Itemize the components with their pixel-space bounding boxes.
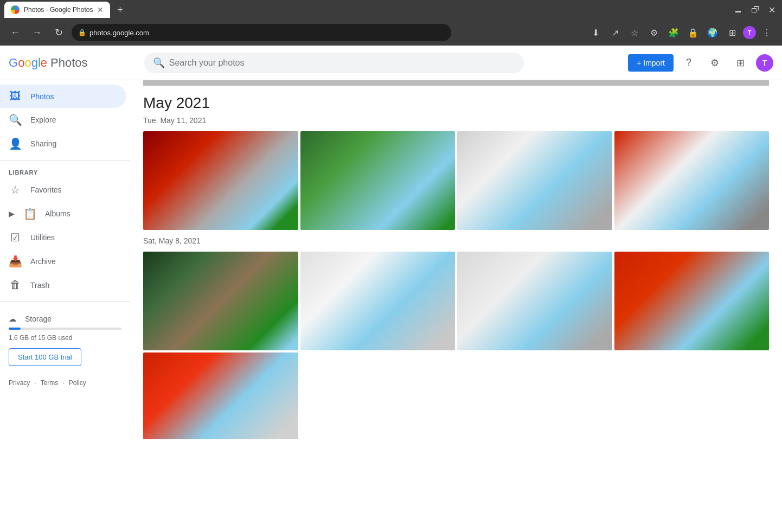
- download-icon[interactable]: ⬇: [587, 24, 604, 41]
- google-photos-logo: Google Photos: [9, 56, 88, 70]
- privacy-link[interactable]: Privacy: [9, 379, 30, 387]
- photo-cell[interactable]: [614, 131, 770, 230]
- url-text: photos.google.com: [89, 29, 149, 37]
- new-tab-button[interactable]: +: [112, 2, 127, 17]
- photo-grid-2: [143, 252, 769, 350]
- sidebar-item-explore[interactable]: 🔍 Explore: [0, 108, 126, 132]
- help-button[interactable]: ?: [678, 52, 700, 74]
- refresh-button[interactable]: ↻: [50, 24, 67, 41]
- trash-icon: 🗑: [9, 279, 22, 291]
- import-button[interactable]: + Import: [628, 54, 674, 72]
- nav-actions: ⬇ ↗ ☆ ⚙ 🧩 🔒 🌍 ⊞ T ⋮: [587, 24, 775, 41]
- browser-navbar: ← → ↻ 🔒 photos.google.com ⬇ ↗ ☆ ⚙ 🧩 🔒 🌍 …: [0, 20, 782, 46]
- date-heading-1: Tue, May 11, 2021: [143, 116, 769, 125]
- trash-label: Trash: [30, 281, 49, 290]
- apps-grid-button[interactable]: ⊞: [730, 52, 752, 74]
- photo-cell[interactable]: [143, 131, 298, 230]
- photos-label: Photos: [30, 92, 54, 101]
- app-header: Google Photos 🔍 + Import ? ⚙ ⊞ T: [0, 46, 782, 80]
- url-bar[interactable]: 🔒 photos.google.com: [72, 24, 451, 41]
- photo-red3[interactable]: [143, 352, 298, 439]
- browser-tab-active[interactable]: Photos - Google Photos ✕: [4, 2, 110, 18]
- photo-white3[interactable]: [457, 252, 612, 350]
- utilities-icon: ☑: [9, 231, 22, 244]
- maximize-button[interactable]: 🗗: [749, 3, 762, 17]
- photo-cell[interactable]: [143, 252, 298, 350]
- content-area: May 2021 Tue, May 11, 2021 Sat, May 8, 2…: [130, 80, 782, 532]
- menu-icon[interactable]: ⋮: [758, 24, 775, 41]
- photo-cell[interactable]: [143, 352, 298, 439]
- share-icon[interactable]: ↗: [606, 24, 624, 41]
- cloud-icon: ☁: [9, 315, 16, 323]
- photo-red-white[interactable]: [614, 131, 770, 230]
- photo-white-pair[interactable]: [457, 131, 612, 230]
- storage-label[interactable]: ☁ Storage: [9, 315, 121, 323]
- photo-grid-1: [143, 131, 769, 230]
- storage-usage-text: 1.6 GB of 15 GB used: [9, 334, 121, 342]
- settings-button[interactable]: ⚙: [704, 52, 726, 74]
- back-button[interactable]: ←: [7, 24, 24, 41]
- forward-button[interactable]: →: [28, 24, 46, 41]
- search-bar[interactable]: 🔍: [144, 53, 524, 73]
- window-controls: 🗕 🗗 ✕: [732, 3, 778, 17]
- photo-cell[interactable]: [457, 131, 612, 230]
- sidebar-item-archive[interactable]: 📥 Archive: [0, 249, 126, 273]
- search-icon: 🔍: [153, 57, 165, 69]
- minimize-button[interactable]: 🗕: [732, 3, 745, 17]
- albums-label: Albums: [45, 209, 70, 218]
- profile-avatar[interactable]: T: [756, 54, 773, 72]
- bookmark-icon[interactable]: ☆: [626, 24, 643, 41]
- photo-red2[interactable]: [614, 252, 770, 350]
- trial-button[interactable]: Start 100 GB trial: [9, 348, 81, 366]
- sidebar-item-utilities[interactable]: ☑ Utilities: [0, 226, 126, 249]
- extension2-icon[interactable]: 🔒: [684, 24, 702, 41]
- settings-icon[interactable]: ⚙: [645, 24, 663, 41]
- extension-icon[interactable]: 🧩: [665, 24, 682, 41]
- header-actions: + Import ? ⚙ ⊞ T: [628, 52, 773, 74]
- sidebar-item-albums[interactable]: ▶ 📋 Albums: [0, 202, 126, 226]
- photo-dark-green[interactable]: [143, 252, 298, 350]
- browser-chrome: Photos - Google Photos ✕ + 🗕 🗗 ✕ ← → ↻ 🔒…: [0, 0, 782, 46]
- sidebar-item-trash[interactable]: 🗑 Trash: [0, 273, 126, 297]
- photos-logo-text: Photos: [50, 56, 88, 70]
- sidebar-item-photos[interactable]: 🖼 Photos: [0, 85, 126, 108]
- terms-link[interactable]: Terms: [41, 379, 59, 387]
- photo-white2[interactable]: [300, 252, 456, 350]
- profile-nav[interactable]: T: [743, 26, 756, 39]
- favorites-icon: ☆: [9, 183, 22, 196]
- sidebar-divider-2: [0, 301, 130, 302]
- search-input[interactable]: [169, 58, 515, 68]
- tab-favicon: [11, 5, 20, 14]
- browser-titlebar: Photos - Google Photos ✕ + 🗕 🗗 ✕: [0, 0, 782, 20]
- main-layout: 🖼 Photos 🔍 Explore 👤 Sharing LIBRARY ☆ F…: [0, 80, 782, 532]
- expand-arrow-icon: ▶: [9, 209, 15, 218]
- app-container: Google Photos 🔍 + Import ? ⚙ ⊞ T 🖼 Photo…: [0, 46, 782, 532]
- photo-cell[interactable]: [614, 252, 770, 350]
- photo-cell[interactable]: [457, 252, 612, 350]
- browser-tabs: Photos - Google Photos ✕ +: [4, 2, 127, 18]
- policy-link[interactable]: Policy: [69, 379, 86, 387]
- sidebar: 🖼 Photos 🔍 Explore 👤 Sharing LIBRARY ☆ F…: [0, 80, 130, 532]
- tab-close-button[interactable]: ✕: [97, 5, 104, 14]
- storage-text-label: Storage: [25, 315, 52, 323]
- close-button[interactable]: ✕: [766, 3, 778, 17]
- top-strip: [143, 80, 769, 86]
- logo-text: Google: [9, 56, 47, 70]
- favorites-label: Favorites: [30, 185, 62, 194]
- apps-icon[interactable]: ⊞: [723, 24, 741, 41]
- sharing-label: Sharing: [30, 139, 56, 148]
- archive-label: Archive: [30, 257, 56, 266]
- sidebar-item-favorites[interactable]: ☆ Favorites: [0, 178, 126, 202]
- photo-cell[interactable]: [300, 252, 456, 350]
- storage-section: ☁ Storage 1.6 GB of 15 GB used Start 100…: [0, 306, 130, 370]
- month-heading: May 2021: [143, 94, 769, 112]
- photo-green-car[interactable]: [300, 131, 456, 230]
- albums-icon: 📋: [23, 207, 36, 220]
- extension3-icon[interactable]: 🌍: [704, 24, 721, 41]
- sidebar-item-sharing[interactable]: 👤 Sharing: [0, 132, 126, 156]
- tab-title: Photos - Google Photos: [24, 6, 93, 14]
- photo-red-convertible[interactable]: [143, 131, 298, 230]
- explore-icon: 🔍: [9, 113, 22, 126]
- sidebar-footer: Privacy · Terms · Policy: [0, 370, 130, 395]
- photo-cell[interactable]: [300, 131, 456, 230]
